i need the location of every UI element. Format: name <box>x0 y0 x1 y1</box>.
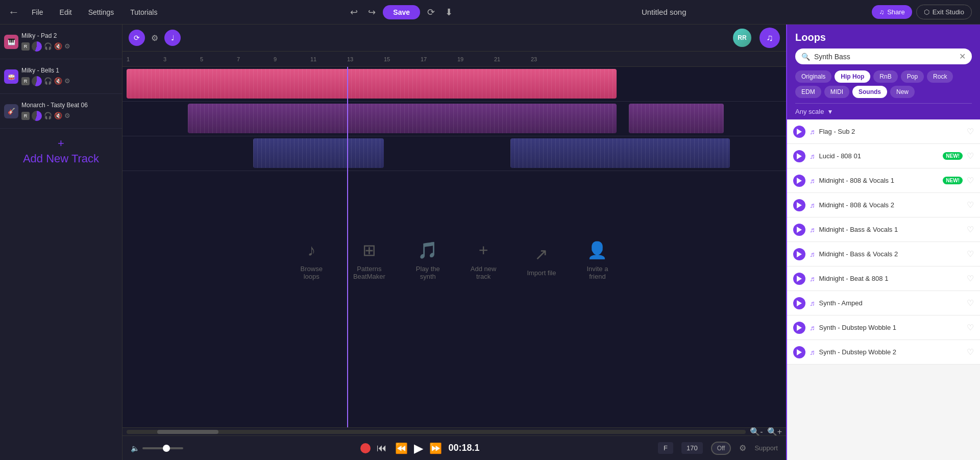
clip-pattern <box>188 104 617 133</box>
track-clip[interactable] <box>188 104 617 133</box>
loop-item[interactable]: ♬ Midnight - 808 & Vocals 2 ♡ <box>787 193 980 217</box>
loop-item[interactable]: ♬ Synth - Amped ♡ <box>787 291 980 316</box>
tag-sounds[interactable]: Sounds <box>852 86 887 98</box>
nav-edit[interactable]: Edit <box>56 6 76 18</box>
import-file-action[interactable]: ↗ Import file <box>527 245 556 277</box>
favorite-icon[interactable]: ♡ <box>967 225 974 234</box>
loop-play-button[interactable] <box>793 199 805 211</box>
tag-midi[interactable]: MIDI <box>824 86 849 98</box>
restart-button[interactable]: ⟳ <box>424 5 438 20</box>
redo-button[interactable]: ↪ <box>365 5 379 20</box>
volume-knob-3[interactable] <box>32 111 42 121</box>
loops-open-button[interactable]: ♫ <box>760 28 780 48</box>
tag-rnb[interactable]: RnB <box>873 70 897 83</box>
loop-play-button[interactable] <box>793 322 805 334</box>
undo-button[interactable]: ↩ <box>347 5 361 20</box>
tag-pop[interactable]: Pop <box>901 70 924 83</box>
loop-item[interactable]: ♬ Midnight - Bass & Vocals 1 ♡ <box>787 217 980 242</box>
fast-forward-button[interactable]: ⏩ <box>427 440 444 456</box>
nav-file[interactable]: File <box>28 6 47 18</box>
loop-item[interactable]: ♬ Midnight - Beat & 808 1 ♡ <box>787 267 980 291</box>
save-button[interactable]: Save <box>383 5 420 19</box>
track-clip[interactable] <box>629 104 724 133</box>
headphone-icon-2[interactable]: 🎧 <box>44 77 52 85</box>
metronome-button[interactable]: ♩ <box>164 30 181 46</box>
skip-back-button[interactable]: ⏮ <box>375 440 389 456</box>
mute-icon-3[interactable]: 🔇 <box>54 112 62 119</box>
support-link[interactable]: Support <box>754 444 778 452</box>
favorite-icon[interactable]: ♡ <box>967 151 974 161</box>
settings-icon-1[interactable]: ⚙ <box>64 42 70 50</box>
favorite-icon[interactable]: ♡ <box>967 176 974 185</box>
mute-icon-2[interactable]: 🔇 <box>54 77 62 85</box>
scroll-track[interactable] <box>127 430 746 434</box>
tag-originals[interactable]: Originals <box>795 70 831 83</box>
volume-slider[interactable] <box>142 447 183 449</box>
loop-play-button[interactable] <box>793 224 805 236</box>
add-track-action[interactable]: + Add newtrack <box>471 241 497 280</box>
headphone-icon-1[interactable]: 🎧 <box>44 42 52 50</box>
track-clip[interactable] <box>253 138 384 168</box>
playhead[interactable] <box>347 67 348 427</box>
beatmaker-action[interactable]: ⊞ PatternsBeatMaker <box>353 240 385 280</box>
add-track-button[interactable]: + Add New Track <box>0 129 122 174</box>
off-button[interactable]: Off <box>711 442 731 455</box>
favorite-icon[interactable]: ♡ <box>967 274 974 283</box>
settings-icon[interactable]: ⚙ <box>739 443 746 453</box>
loop-play-button[interactable] <box>793 150 805 162</box>
volume-knob-2[interactable] <box>32 76 42 86</box>
headphone-icon-3[interactable]: 🎧 <box>44 112 52 119</box>
loop-item[interactable]: ♬ Synth - Dubstep Wobble 2 ♡ <box>787 340 980 365</box>
tag-rock[interactable]: Rock <box>927 70 953 83</box>
loop-play-button[interactable] <box>793 297 805 309</box>
favorite-icon[interactable]: ♡ <box>967 298 974 308</box>
favorite-icon[interactable]: ♡ <box>967 249 974 259</box>
loop-play-button[interactable] <box>793 248 805 260</box>
loop-play-button[interactable] <box>793 273 805 285</box>
share-button[interactable]: ♫ Share <box>872 5 912 19</box>
record-btn-2[interactable]: R <box>21 77 30 85</box>
record-btn-3[interactable]: R <box>21 112 30 120</box>
loop-play-button[interactable] <box>793 346 805 358</box>
track-clip[interactable] <box>510 138 730 168</box>
loop-item[interactable]: ♬ Midnight - Bass & Vocals 2 ♡ <box>787 242 980 267</box>
favorite-icon[interactable]: ♡ <box>967 200 974 210</box>
favorite-icon[interactable]: ♡ <box>967 127 974 136</box>
nav-tutorials[interactable]: Tutorials <box>126 6 161 18</box>
scale-filter[interactable]: Any scale ▼ <box>795 103 972 119</box>
track-clip[interactable] <box>127 69 617 99</box>
loop-play-button[interactable] <box>793 126 805 138</box>
clear-search-icon[interactable]: ✕ <box>959 52 966 61</box>
exit-button[interactable]: ⬡ Exit Studio <box>916 5 972 19</box>
loop-item[interactable]: ♬ Midnight - 808 & Vocals 1 NEW! ♡ <box>787 168 980 193</box>
loop-item[interactable]: ♬ Flag - Sub 2 ♡ <box>787 119 980 144</box>
scroll-thumb[interactable] <box>157 430 218 434</box>
track-item: 🎸 Monarch - Tasty Beat 06 R 🎧 🔇 ⚙ <box>0 94 122 129</box>
nav-settings[interactable]: Settings <box>84 6 118 18</box>
settings-tl-btn[interactable]: ⚙ <box>149 31 160 45</box>
settings-icon-3[interactable]: ⚙ <box>64 112 70 119</box>
browse-loops-action[interactable]: ♪ Browseloops <box>301 241 323 280</box>
tag-new[interactable]: New <box>890 86 915 98</box>
settings-icon-2[interactable]: ⚙ <box>64 77 70 85</box>
download-button[interactable]: ⬇ <box>442 5 456 20</box>
favorite-icon[interactable]: ♡ <box>967 323 974 332</box>
record-btn-1[interactable]: R <box>21 42 30 51</box>
invite-friend-action[interactable]: 👤 Invite afriend <box>586 240 608 280</box>
loop-item[interactable]: ♬ Lucid - 808 01 NEW! ♡ <box>787 144 980 168</box>
volume-knob-1[interactable] <box>32 41 42 52</box>
favorite-icon[interactable]: ♡ <box>967 347 974 357</box>
mute-icon-1[interactable]: 🔇 <box>54 42 62 50</box>
rewind-button[interactable]: ⏪ <box>393 440 410 456</box>
loop-item[interactable]: ♬ Synth - Dubstep Wobble 1 ♡ <box>787 316 980 340</box>
tag-hiphop[interactable]: Hip Hop <box>835 70 870 83</box>
tag-edm[interactable]: EDM <box>795 86 821 98</box>
play-synth-action[interactable]: 🎵 Play thesynth <box>416 240 440 280</box>
back-icon[interactable]: ← <box>8 6 19 19</box>
play-button[interactable]: ▶ <box>414 441 423 455</box>
track-lane-2 <box>122 102 786 136</box>
search-input[interactable] <box>814 53 955 61</box>
loop-button[interactable]: ⟳ <box>129 30 145 46</box>
loop-play-button[interactable] <box>793 175 805 187</box>
record-button[interactable] <box>360 443 371 453</box>
